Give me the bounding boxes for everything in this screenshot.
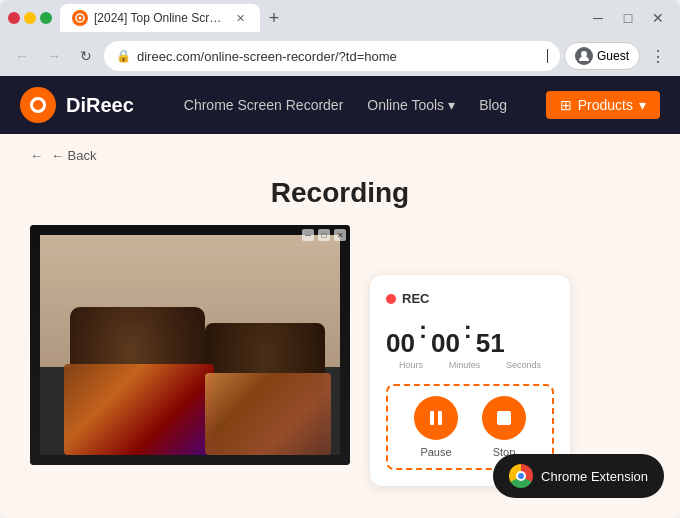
seconds-value: 51 (476, 330, 505, 356)
minimize-video-icon[interactable]: ─ (302, 229, 314, 241)
site-navbar: DiReec Chrome Screen Recorder Online Too… (0, 76, 680, 134)
chevron-down-icon: ▾ (448, 97, 455, 113)
separator-1: : (419, 316, 427, 356)
restore-video-icon[interactable]: □ (318, 229, 330, 241)
back-nav-button[interactable]: ← (8, 42, 36, 70)
grid-icon: ⊞ (560, 97, 572, 113)
profile-label: Guest (597, 49, 629, 63)
rec-text: REC (402, 291, 429, 306)
profile-icon (575, 47, 593, 65)
nav-link-online-tools[interactable]: Online Tools ▾ (367, 97, 455, 113)
browser-menu-button[interactable]: ⋮ (644, 42, 672, 70)
pause-bar-right (438, 411, 442, 425)
stop-icon-bg (482, 396, 526, 440)
stop-icon (497, 411, 511, 425)
address-bar[interactable]: 🔒 direec.com/online-screen-recorder/?td=… (104, 41, 560, 71)
back-arrow-icon: ← (30, 148, 43, 163)
url-text: direec.com/online-screen-recorder/?td=ho… (137, 49, 541, 64)
pause-bar-left (430, 411, 434, 425)
pause-label: Pause (420, 446, 451, 458)
seconds-unit: 51 (476, 330, 505, 356)
tab-title: [2024] Top Online Scree... (94, 11, 226, 25)
chrome-extension-button[interactable]: Chrome Extension (493, 454, 664, 498)
chevron-down-icon: ▾ (639, 97, 646, 113)
close-button[interactable]: ✕ (644, 4, 672, 32)
forward-nav-button[interactable]: → (40, 42, 68, 70)
hours-label: Hours (399, 360, 423, 370)
active-tab[interactable]: [2024] Top Online Scree... ✕ (60, 4, 260, 32)
chrome-extension-label: Chrome Extension (541, 469, 648, 484)
tab-close-button[interactable]: ✕ (232, 10, 248, 26)
timer-display: 00 : 00 : 51 (386, 316, 554, 356)
hours-value: 00 (386, 330, 415, 356)
browser-window: [2024] Top Online Scree... ✕ + ─ □ ✕ ← →… (0, 0, 680, 518)
close-video-icon[interactable]: ✕ (334, 229, 346, 241)
close-window-button[interactable] (8, 12, 20, 24)
pause-icon-bg (414, 396, 458, 440)
rec-dot (386, 294, 396, 304)
back-link[interactable]: ← ← Back (0, 134, 680, 177)
chrome-icon (509, 464, 533, 488)
page-title: Recording (0, 177, 680, 209)
minimize-button[interactable]: ─ (584, 4, 612, 32)
back-text: ← Back (51, 148, 97, 163)
minutes-label: Minutes (449, 360, 481, 370)
restore-button[interactable]: □ (614, 4, 642, 32)
nav-link-blog[interactable]: Blog (479, 97, 507, 113)
svg-point-1 (79, 17, 82, 20)
window-controls (8, 12, 52, 24)
logo-text: DiReec (66, 94, 134, 117)
logo-area: DiReec (20, 87, 134, 123)
cursor (547, 49, 548, 63)
nav-links: Chrome Screen Recorder Online Tools ▾ Bl… (184, 97, 516, 113)
new-tab-button[interactable]: + (260, 4, 288, 32)
profile-button[interactable]: Guest (564, 42, 640, 70)
chrome-icon-inner (516, 471, 526, 481)
nav-link-chrome-recorder[interactable]: Chrome Screen Recorder (184, 97, 344, 113)
omnibox-bar: ← → ↻ 🔒 direec.com/online-screen-recorde… (0, 36, 680, 76)
page-content: DiReec Chrome Screen Recorder Online Too… (0, 76, 680, 518)
lock-icon: 🔒 (116, 49, 131, 63)
video-container: ─ □ ✕ (30, 225, 350, 465)
stop-button[interactable]: Stop (482, 396, 526, 458)
video-overlay-controls: ─ □ ✕ (302, 229, 346, 241)
minutes-value: 00 (431, 330, 460, 356)
tab-favicon (72, 10, 88, 26)
seconds-label: Seconds (506, 360, 541, 370)
hours-unit: 00 (386, 330, 415, 356)
pause-button[interactable]: Pause (414, 396, 458, 458)
rec-indicator: REC (386, 291, 554, 306)
minimize-window-button[interactable] (24, 12, 36, 24)
products-button[interactable]: ⊞ Products ▾ (546, 91, 660, 119)
separator-2: : (464, 316, 472, 356)
refresh-button[interactable]: ↻ (72, 42, 100, 70)
minutes-unit: 00 (431, 330, 460, 356)
tab-bar: [2024] Top Online Scree... ✕ + (60, 4, 576, 32)
logo-inner (30, 97, 46, 113)
products-label: Products (578, 97, 633, 113)
pause-icon (428, 410, 444, 426)
logo-icon (20, 87, 56, 123)
maximize-window-button[interactable] (40, 12, 52, 24)
title-bar: [2024] Top Online Scree... ✕ + ─ □ ✕ (0, 0, 680, 36)
